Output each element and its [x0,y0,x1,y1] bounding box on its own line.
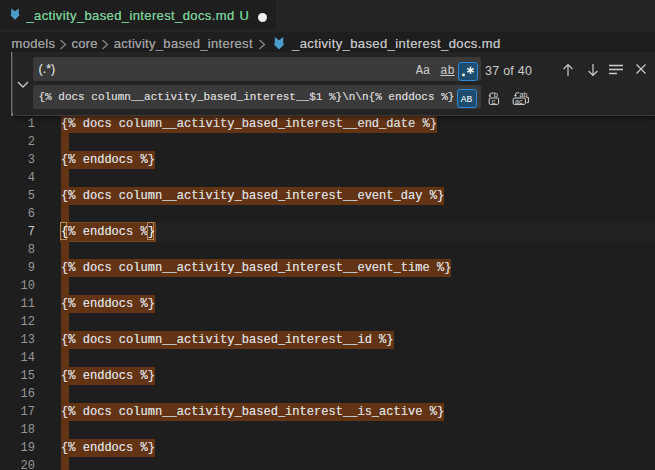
svg-text:c: c [492,96,496,104]
svg-text:ac: ac [515,97,523,104]
